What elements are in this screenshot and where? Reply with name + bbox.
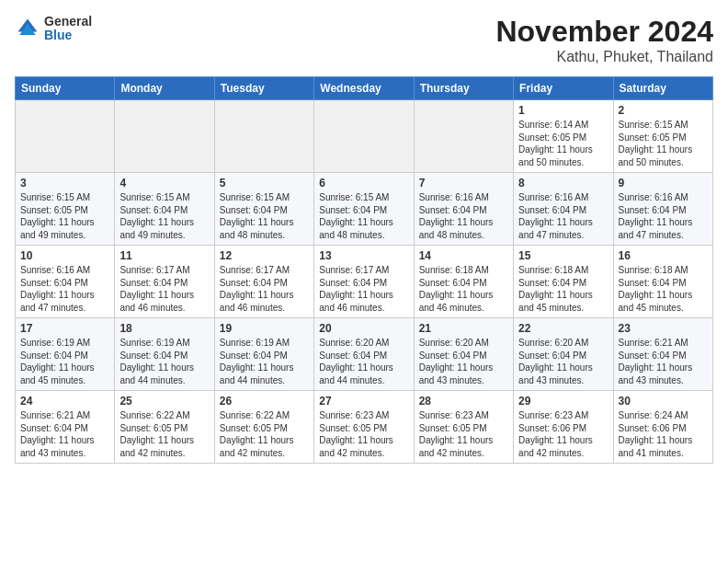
- day-number: 4: [119, 177, 209, 190]
- calendar-title: November 2024: [495, 15, 713, 49]
- day-info: Sunrise: 6:16 AMSunset: 6:04 PMDaylight:…: [518, 192, 593, 240]
- day-info: Sunrise: 6:19 AMSunset: 6:04 PMDaylight:…: [20, 338, 95, 385]
- day-info: Sunrise: 6:14 AMSunset: 6:05 PMDaylight:…: [518, 120, 593, 167]
- calendar-day: 21Sunrise: 6:20 AMSunset: 6:04 PMDayligh…: [414, 318, 513, 391]
- day-number: 2: [619, 104, 708, 117]
- weekday-header-saturday: Saturday: [613, 77, 712, 100]
- day-number: 11: [119, 249, 209, 262]
- logo-text: General Blue: [44, 15, 92, 43]
- day-info: Sunrise: 6:22 AMSunset: 6:05 PMDaylight:…: [119, 410, 194, 458]
- day-number: 21: [419, 322, 508, 335]
- day-info: Sunrise: 6:18 AMSunset: 6:04 PMDaylight:…: [419, 265, 494, 313]
- calendar-day: 22Sunrise: 6:20 AMSunset: 6:04 PMDayligh…: [514, 318, 613, 391]
- calendar-day: 2Sunrise: 6:15 AMSunset: 6:05 PMDaylight…: [613, 100, 712, 173]
- logo-general: General: [44, 15, 92, 29]
- calendar-week-1: 1Sunrise: 6:14 AMSunset: 6:05 PMDaylight…: [16, 100, 713, 173]
- calendar-week-4: 17Sunrise: 6:19 AMSunset: 6:04 PMDayligh…: [16, 318, 713, 391]
- calendar-day: 19Sunrise: 6:19 AMSunset: 6:04 PMDayligh…: [214, 318, 313, 391]
- day-number: 10: [20, 249, 109, 262]
- day-number: 25: [119, 395, 209, 408]
- day-number: 28: [419, 395, 508, 408]
- day-number: 20: [319, 322, 408, 335]
- day-info: Sunrise: 6:15 AMSunset: 6:05 PMDaylight:…: [20, 192, 95, 240]
- weekday-header-thursday: Thursday: [414, 77, 513, 100]
- weekday-header-wednesday: Wednesday: [314, 77, 414, 100]
- day-info: Sunrise: 6:22 AMSunset: 6:05 PMDaylight:…: [220, 410, 294, 458]
- calendar-day: 5Sunrise: 6:15 AMSunset: 6:04 PMDaylight…: [214, 173, 313, 246]
- logo-blue: Blue: [44, 29, 92, 42]
- calendar-day: 12Sunrise: 6:17 AMSunset: 6:04 PMDayligh…: [214, 246, 313, 318]
- day-info: Sunrise: 6:15 AMSunset: 6:04 PMDaylight:…: [119, 192, 194, 240]
- logo-icon: [15, 16, 40, 41]
- day-info: Sunrise: 6:20 AMSunset: 6:04 PMDaylight:…: [518, 338, 593, 385]
- calendar-day: 1Sunrise: 6:14 AMSunset: 6:05 PMDaylight…: [514, 100, 613, 173]
- day-info: Sunrise: 6:23 AMSunset: 6:05 PMDaylight:…: [419, 410, 494, 458]
- calendar-day: 23Sunrise: 6:21 AMSunset: 6:04 PMDayligh…: [613, 318, 712, 391]
- calendar-day: [115, 100, 214, 173]
- day-info: Sunrise: 6:18 AMSunset: 6:04 PMDaylight:…: [619, 265, 693, 313]
- calendar-body: 1Sunrise: 6:14 AMSunset: 6:05 PMDaylight…: [16, 100, 713, 464]
- day-number: 22: [518, 322, 608, 335]
- calendar-day: [414, 100, 513, 173]
- day-info: Sunrise: 6:21 AMSunset: 6:04 PMDaylight:…: [619, 338, 693, 385]
- day-number: 29: [518, 395, 608, 408]
- day-info: Sunrise: 6:17 AMSunset: 6:04 PMDaylight:…: [119, 265, 194, 313]
- calendar-day: 26Sunrise: 6:22 AMSunset: 6:05 PMDayligh…: [214, 391, 313, 464]
- weekday-row: SundayMondayTuesdayWednesdayThursdayFrid…: [16, 77, 713, 100]
- day-info: Sunrise: 6:16 AMSunset: 6:04 PMDaylight:…: [619, 192, 693, 240]
- calendar-day: [16, 100, 115, 173]
- calendar-day: [314, 100, 414, 173]
- calendar-day: 14Sunrise: 6:18 AMSunset: 6:04 PMDayligh…: [414, 246, 513, 318]
- calendar-week-3: 10Sunrise: 6:16 AMSunset: 6:04 PMDayligh…: [16, 246, 713, 318]
- calendar-day: 28Sunrise: 6:23 AMSunset: 6:05 PMDayligh…: [414, 391, 513, 464]
- day-number: 6: [319, 177, 408, 190]
- calendar-subtitle: Kathu, Phuket, Thailand: [495, 49, 713, 65]
- day-info: Sunrise: 6:18 AMSunset: 6:04 PMDaylight:…: [518, 265, 593, 313]
- day-number: 13: [319, 249, 408, 262]
- day-number: 3: [20, 177, 109, 190]
- calendar-day: 25Sunrise: 6:22 AMSunset: 6:05 PMDayligh…: [115, 391, 214, 464]
- calendar-day: 3Sunrise: 6:15 AMSunset: 6:05 PMDaylight…: [16, 173, 115, 246]
- day-number: 19: [220, 322, 309, 335]
- calendar-day: 6Sunrise: 6:15 AMSunset: 6:04 PMDaylight…: [314, 173, 414, 246]
- calendar-day: 18Sunrise: 6:19 AMSunset: 6:04 PMDayligh…: [115, 318, 214, 391]
- day-info: Sunrise: 6:15 AMSunset: 6:05 PMDaylight:…: [619, 120, 693, 167]
- calendar-day: 16Sunrise: 6:18 AMSunset: 6:04 PMDayligh…: [613, 246, 712, 318]
- calendar-day: 13Sunrise: 6:17 AMSunset: 6:04 PMDayligh…: [314, 246, 414, 318]
- day-info: Sunrise: 6:19 AMSunset: 6:04 PMDaylight:…: [119, 338, 194, 385]
- logo: General Blue: [15, 15, 92, 43]
- day-number: 18: [119, 322, 209, 335]
- weekday-header-sunday: Sunday: [16, 77, 115, 100]
- calendar-day: 17Sunrise: 6:19 AMSunset: 6:04 PMDayligh…: [16, 318, 115, 391]
- day-number: 7: [419, 177, 508, 190]
- day-number: 15: [518, 249, 608, 262]
- day-info: Sunrise: 6:17 AMSunset: 6:04 PMDaylight:…: [319, 265, 393, 313]
- page-header: General Blue November 2024 Kathu, Phuket…: [15, 15, 713, 65]
- day-info: Sunrise: 6:15 AMSunset: 6:04 PMDaylight:…: [220, 192, 294, 240]
- day-info: Sunrise: 6:17 AMSunset: 6:04 PMDaylight:…: [220, 265, 294, 313]
- weekday-header-monday: Monday: [115, 77, 214, 100]
- day-number: 9: [619, 177, 708, 190]
- calendar-day: 29Sunrise: 6:23 AMSunset: 6:06 PMDayligh…: [514, 391, 613, 464]
- calendar-day: 4Sunrise: 6:15 AMSunset: 6:04 PMDaylight…: [115, 173, 214, 246]
- calendar-day: 8Sunrise: 6:16 AMSunset: 6:04 PMDaylight…: [514, 173, 613, 246]
- calendar-day: 15Sunrise: 6:18 AMSunset: 6:04 PMDayligh…: [514, 246, 613, 318]
- calendar-day: 30Sunrise: 6:24 AMSunset: 6:06 PMDayligh…: [613, 391, 712, 464]
- day-info: Sunrise: 6:16 AMSunset: 6:04 PMDaylight:…: [419, 192, 494, 240]
- day-number: 12: [220, 249, 309, 262]
- calendar-day: 24Sunrise: 6:21 AMSunset: 6:04 PMDayligh…: [16, 391, 115, 464]
- calendar-day: 11Sunrise: 6:17 AMSunset: 6:04 PMDayligh…: [115, 246, 214, 318]
- day-info: Sunrise: 6:23 AMSunset: 6:06 PMDaylight:…: [518, 410, 593, 458]
- calendar-day: 10Sunrise: 6:16 AMSunset: 6:04 PMDayligh…: [16, 246, 115, 318]
- day-number: 27: [319, 395, 408, 408]
- day-number: 1: [518, 104, 608, 117]
- weekday-header-friday: Friday: [514, 77, 613, 100]
- calendar-day: 20Sunrise: 6:20 AMSunset: 6:04 PMDayligh…: [314, 318, 414, 391]
- day-info: Sunrise: 6:23 AMSunset: 6:05 PMDaylight:…: [319, 410, 393, 458]
- title-block: November 2024 Kathu, Phuket, Thailand: [495, 15, 713, 65]
- day-number: 5: [220, 177, 309, 190]
- day-info: Sunrise: 6:20 AMSunset: 6:04 PMDaylight:…: [419, 338, 494, 385]
- day-number: 16: [619, 249, 708, 262]
- day-number: 14: [419, 249, 508, 262]
- day-info: Sunrise: 6:20 AMSunset: 6:04 PMDaylight:…: [319, 338, 393, 385]
